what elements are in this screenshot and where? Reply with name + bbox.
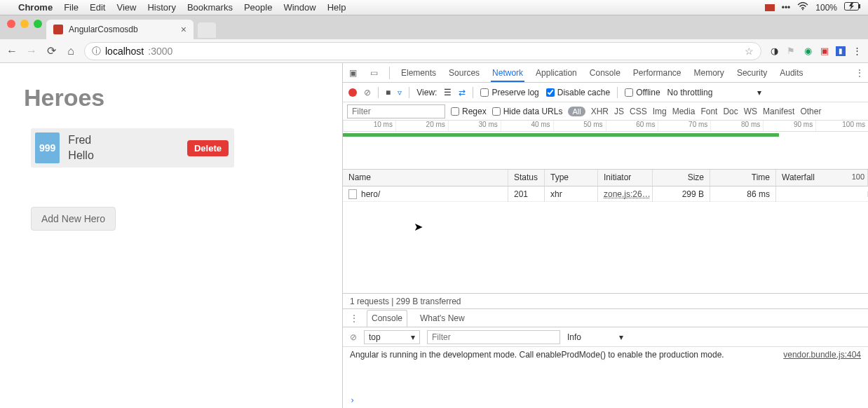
wifi-icon[interactable] <box>797 2 808 13</box>
menu-people[interactable]: People <box>244 2 272 13</box>
col-initiator[interactable]: Initiator <box>598 170 653 186</box>
filter-img[interactable]: Img <box>653 107 667 116</box>
overview-icon[interactable]: ⇄ <box>459 88 466 97</box>
console-level-select[interactable]: Info▾ <box>567 332 623 342</box>
window-minimize-button[interactable] <box>20 20 29 28</box>
col-size[interactable]: Size <box>653 170 710 186</box>
extension-icon[interactable]: ◉ <box>802 46 813 57</box>
filter-toggle-icon[interactable]: ▿ <box>398 88 402 97</box>
regex-checkbox[interactable]: Regex <box>451 107 487 116</box>
tab-application[interactable]: Application <box>534 64 578 82</box>
filter-js[interactable]: JS <box>614 107 624 116</box>
back-button[interactable]: ← <box>6 45 18 57</box>
inspect-icon[interactable]: ▣ <box>347 68 358 78</box>
network-timeline[interactable]: 10 ms 20 ms 30 ms 40 ms 50 ms 60 ms 70 m… <box>343 121 868 170</box>
forward-button[interactable]: → <box>25 45 38 57</box>
tab-console[interactable]: Console <box>588 64 622 82</box>
drawer-tab-console[interactable]: Console <box>367 310 407 327</box>
timeline-bar <box>343 133 779 137</box>
extension-icon[interactable]: ▣ <box>819 46 830 57</box>
drawer-tab-whatsnew[interactable]: What's New <box>416 311 469 326</box>
col-waterfall[interactable]: Waterfall100 <box>776 170 868 186</box>
reload-button[interactable]: ⟳ <box>45 44 57 57</box>
view-label: View: <box>416 88 437 97</box>
tab-memory[interactable]: Memory <box>693 64 726 82</box>
throttling-select[interactable]: No throttling ▾ <box>667 88 762 97</box>
site-info-icon[interactable]: ⓘ <box>92 45 101 57</box>
timeline-tick: 50 ms <box>553 121 606 131</box>
device-toggle-icon[interactable]: ▭ <box>368 68 379 78</box>
preserve-log-checkbox[interactable]: Preserve log <box>480 88 538 97</box>
address-bar[interactable]: ⓘ localhost:3000 ☆ <box>84 42 761 60</box>
large-rows-icon[interactable]: ☰ <box>444 88 452 97</box>
menu-app[interactable]: Chrome <box>18 2 53 13</box>
chrome-menu-icon[interactable]: ⋮ <box>851 46 862 57</box>
menu-history[interactable]: History <box>147 2 175 13</box>
console-clear-icon[interactable]: ⊘ <box>350 332 357 342</box>
timeline-tick: 10 ms <box>343 121 395 131</box>
window-close-button[interactable] <box>7 20 15 28</box>
add-hero-button[interactable]: Add New Hero <box>31 207 116 231</box>
tab-audits[interactable]: Audits <box>778 64 804 82</box>
filter-media[interactable]: Media <box>672 107 696 116</box>
clear-button[interactable]: ⊘ <box>364 88 371 97</box>
filter-font[interactable]: Font <box>700 107 717 116</box>
extension-icon[interactable]: ◑ <box>768 46 780 57</box>
tab-elements[interactable]: Elements <box>400 64 438 82</box>
screenshot-icon[interactable]: ■ <box>386 88 391 97</box>
request-initiator[interactable]: zone.js:26… <box>604 189 651 199</box>
col-status[interactable]: Status <box>508 170 545 186</box>
mac-menubar: Chrome File Edit View History Bookmarks … <box>0 0 868 15</box>
tab-security[interactable]: Security <box>735 64 768 82</box>
menubar-dots-icon[interactable]: ••• <box>782 3 791 13</box>
window-zoom-button[interactable] <box>34 20 42 28</box>
filter-xhr[interactable]: XHR <box>591 107 609 116</box>
hero-card[interactable]: 999 Fred Hello Delete <box>31 128 234 168</box>
console-context-select[interactable]: top▾ <box>364 330 420 344</box>
table-row[interactable]: hero/ 201 xhr zone.js:26… 299 B 86 ms <box>343 186 868 202</box>
menu-edit[interactable]: Edit <box>90 2 105 13</box>
col-name[interactable]: Name <box>343 170 508 186</box>
browser-tab[interactable]: AngularCosmosdb × <box>46 20 194 39</box>
tab-title: AngularCosmosdb <box>69 25 138 34</box>
record-button[interactable] <box>348 88 357 97</box>
filter-ws[interactable]: WS <box>744 107 757 116</box>
tab-performance[interactable]: Performance <box>632 64 683 82</box>
filter-all[interactable]: All <box>568 107 585 116</box>
new-tab-button[interactable] <box>198 22 216 38</box>
offline-checkbox[interactable]: Offline <box>625 88 660 97</box>
home-button[interactable]: ⌂ <box>65 45 77 57</box>
menu-bookmarks[interactable]: Bookmarks <box>187 2 233 13</box>
tab-close-icon[interactable]: × <box>181 24 187 35</box>
extension-icon[interactable]: ⚑ <box>785 46 796 57</box>
col-time[interactable]: Time <box>710 170 776 186</box>
menu-view[interactable]: View <box>116 2 136 13</box>
console-prompt[interactable]: › <box>343 395 868 408</box>
bookmark-star-icon[interactable]: ☆ <box>745 46 754 57</box>
drawer-menu-icon[interactable]: ⋮ <box>350 313 358 323</box>
hero-saying: Hello <box>68 149 93 162</box>
timeline-tick: 90 ms <box>763 121 815 131</box>
filter-other[interactable]: Other <box>800 107 821 116</box>
delete-button[interactable]: Delete <box>187 140 229 156</box>
col-type[interactable]: Type <box>545 170 598 186</box>
console-source-link[interactable]: vendor.bundle.js:404 <box>783 350 861 360</box>
hide-data-urls-checkbox[interactable]: Hide data URLs <box>492 107 563 116</box>
disable-cache-checkbox[interactable]: Disable cache <box>546 88 610 97</box>
devtools-menu-icon[interactable]: ⋮ <box>855 68 864 78</box>
menu-file[interactable]: File <box>64 2 79 13</box>
console-filter-input[interactable] <box>427 330 560 344</box>
filter-doc[interactable]: Doc <box>723 107 738 116</box>
filter-input[interactable] <box>347 104 445 118</box>
menu-help[interactable]: Help <box>327 2 346 13</box>
extension-icon[interactable]: ▮ <box>836 46 846 56</box>
app-page: Heroes 999 Fred Hello Delete Add New Her… <box>0 63 342 408</box>
filter-css[interactable]: CSS <box>630 107 647 116</box>
filter-manifest[interactable]: Manifest <box>763 107 794 116</box>
tab-network[interactable]: Network <box>491 64 524 82</box>
menu-window[interactable]: Window <box>283 2 316 13</box>
hero-name: Fred <box>68 134 93 147</box>
tab-sources[interactable]: Sources <box>447 64 481 82</box>
battery-icon <box>844 2 861 13</box>
console-message: Angular is running in the development mo… <box>350 350 724 360</box>
